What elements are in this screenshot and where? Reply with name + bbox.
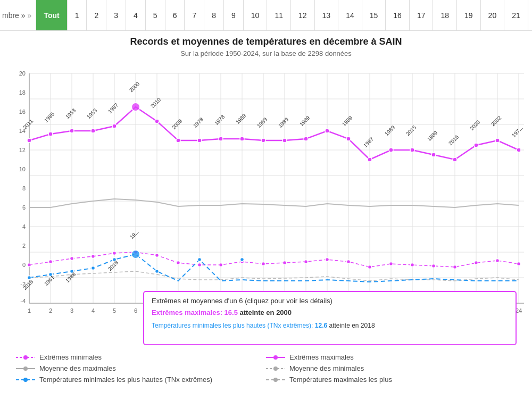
legend-label-extremes-min: Extrêmes minimales bbox=[39, 353, 102, 361]
svg-text:2018: 2018 bbox=[107, 259, 120, 272]
nav-btn-15[interactable]: 15 bbox=[362, 0, 386, 30]
svg-point-137 bbox=[368, 265, 372, 269]
nav-btn-22[interactable]: 22 bbox=[528, 0, 532, 30]
nav-btn-1[interactable]: 1 bbox=[68, 0, 87, 30]
svg-point-76 bbox=[70, 129, 74, 133]
svg-text:2009: 2009 bbox=[171, 118, 184, 130]
nav-btn-20[interactable]: 20 bbox=[481, 0, 505, 30]
nav-btn-12[interactable]: 12 bbox=[291, 0, 315, 30]
nav-btn-14[interactable]: 14 bbox=[338, 0, 362, 30]
nav-btn-9[interactable]: 9 bbox=[224, 0, 244, 30]
svg-text:12: 12 bbox=[19, 147, 26, 153]
svg-text:197...: 197... bbox=[511, 125, 524, 138]
svg-point-96 bbox=[495, 138, 500, 143]
svg-point-135 bbox=[326, 258, 329, 262]
svg-text:-4: -4 bbox=[20, 298, 26, 304]
nav-btn-3[interactable]: 3 bbox=[106, 0, 126, 30]
svg-text:1987: 1987 bbox=[362, 136, 375, 148]
svg-text:1961: 1961 bbox=[43, 274, 56, 287]
svg-point-129 bbox=[198, 263, 202, 267]
svg-text:1978: 1978 bbox=[192, 116, 205, 129]
chart-legend: Extrêmes minimales Moyenne des maximales… bbox=[0, 347, 532, 390]
legend-label-moy-max: Moyenne des maximales bbox=[39, 364, 116, 372]
svg-point-142 bbox=[475, 261, 478, 265]
svg-point-94 bbox=[453, 157, 457, 162]
svg-point-133 bbox=[283, 261, 287, 265]
svg-text:2015: 2015 bbox=[447, 134, 460, 146]
svg-point-85 bbox=[261, 138, 265, 143]
legend-icon-moy-min bbox=[266, 365, 285, 372]
svg-point-151 bbox=[155, 270, 159, 273]
svg-point-143 bbox=[496, 259, 500, 263]
legend-item-extremes-min: Extrêmes minimales bbox=[16, 353, 266, 361]
svg-point-121 bbox=[28, 263, 31, 267]
nav-btn-5[interactable]: 5 bbox=[146, 0, 165, 30]
nav-btn-4[interactable]: 4 bbox=[126, 0, 146, 30]
nav-btn-7[interactable]: 7 bbox=[185, 0, 204, 30]
svg-point-141 bbox=[453, 265, 457, 269]
svg-text:2011: 2011 bbox=[22, 118, 35, 130]
legend-left: Extrêmes minimales Moyenne des maximales… bbox=[16, 353, 266, 384]
svg-text:5: 5 bbox=[113, 307, 116, 314]
svg-point-91 bbox=[389, 148, 393, 152]
nav-btn-17[interactable]: 17 bbox=[410, 0, 434, 30]
chevron-icon: » bbox=[28, 11, 32, 20]
nav-btn-13[interactable]: 13 bbox=[315, 0, 339, 30]
svg-text:8: 8 bbox=[22, 185, 26, 191]
svg-text:Extrêmes et moyennes d'un 6 (c: Extrêmes et moyennes d'un 6 (cliquez pou… bbox=[152, 297, 332, 305]
legend-right: Extrêmes maximales Moyenne des minimales… bbox=[266, 353, 516, 384]
nav-btn-8[interactable]: 8 bbox=[204, 0, 224, 30]
svg-text:1989: 1989 bbox=[256, 116, 269, 129]
svg-point-79 bbox=[131, 103, 140, 111]
legend-item-moy-min: Moyenne des minimales bbox=[266, 364, 516, 372]
svg-text:1989: 1989 bbox=[277, 116, 290, 129]
month-label: mbre » » bbox=[0, 0, 36, 30]
svg-text:1: 1 bbox=[28, 307, 31, 314]
svg-point-164 bbox=[23, 355, 28, 360]
svg-point-81 bbox=[176, 138, 180, 143]
nav-btn-6[interactable]: 6 bbox=[165, 0, 185, 30]
legend-item-txx: Températures maximales les plus bbox=[266, 376, 516, 384]
svg-text:4: 4 bbox=[92, 307, 95, 314]
chart-title: Records et moyennes de températures en d… bbox=[0, 36, 532, 47]
nav-btn-10[interactable]: 10 bbox=[244, 0, 268, 30]
nav-btn-21[interactable]: 21 bbox=[504, 0, 528, 30]
svg-text:20: 20 bbox=[19, 70, 26, 77]
svg-text:1989: 1989 bbox=[235, 112, 247, 125]
legend-icon-extremes-min bbox=[16, 354, 35, 361]
svg-point-123 bbox=[70, 257, 74, 261]
svg-point-125 bbox=[113, 252, 117, 255]
svg-point-139 bbox=[411, 263, 414, 267]
svg-point-78 bbox=[112, 124, 117, 128]
svg-text:2002: 2002 bbox=[490, 114, 503, 127]
svg-point-75 bbox=[48, 132, 53, 136]
nav-btn-19[interactable]: 19 bbox=[457, 0, 481, 30]
legend-icon-txx bbox=[266, 376, 285, 384]
svg-text:1953: 1953 bbox=[64, 107, 77, 120]
svg-point-122 bbox=[49, 260, 53, 264]
chart-subtitle: Sur la période 1950-2024, sur la base de… bbox=[0, 49, 532, 57]
svg-text:0: 0 bbox=[22, 262, 26, 268]
main-chart-svg: .grid-line { stroke: #e0e0e0; stroke-wid… bbox=[0, 63, 532, 345]
svg-text:2: 2 bbox=[22, 243, 26, 249]
svg-text:10: 10 bbox=[19, 166, 26, 172]
svg-point-130 bbox=[219, 263, 223, 267]
nav-btn-tout[interactable]: Tout bbox=[36, 0, 67, 30]
svg-text:6: 6 bbox=[22, 204, 26, 211]
svg-point-86 bbox=[282, 138, 287, 143]
svg-text:3: 3 bbox=[70, 307, 73, 314]
svg-text:2015: 2015 bbox=[405, 124, 418, 137]
nav-btn-16[interactable]: 16 bbox=[386, 0, 410, 30]
svg-text:1988: 1988 bbox=[64, 271, 77, 284]
nav-btn-18[interactable]: 18 bbox=[433, 0, 457, 30]
chart-svg-wrapper: .grid-line { stroke: #e0e0e0; stroke-wid… bbox=[0, 63, 532, 347]
legend-icon-extremes-max bbox=[266, 354, 285, 361]
svg-point-92 bbox=[410, 148, 414, 152]
nav-btn-2[interactable]: 2 bbox=[87, 0, 106, 30]
nav-btn-11[interactable]: 11 bbox=[267, 0, 291, 30]
svg-text:2: 2 bbox=[49, 307, 52, 314]
svg-text:19...: 19... bbox=[129, 229, 140, 240]
svg-text:1989: 1989 bbox=[298, 114, 311, 127]
svg-point-84 bbox=[240, 137, 244, 141]
svg-text:18: 18 bbox=[19, 89, 26, 96]
